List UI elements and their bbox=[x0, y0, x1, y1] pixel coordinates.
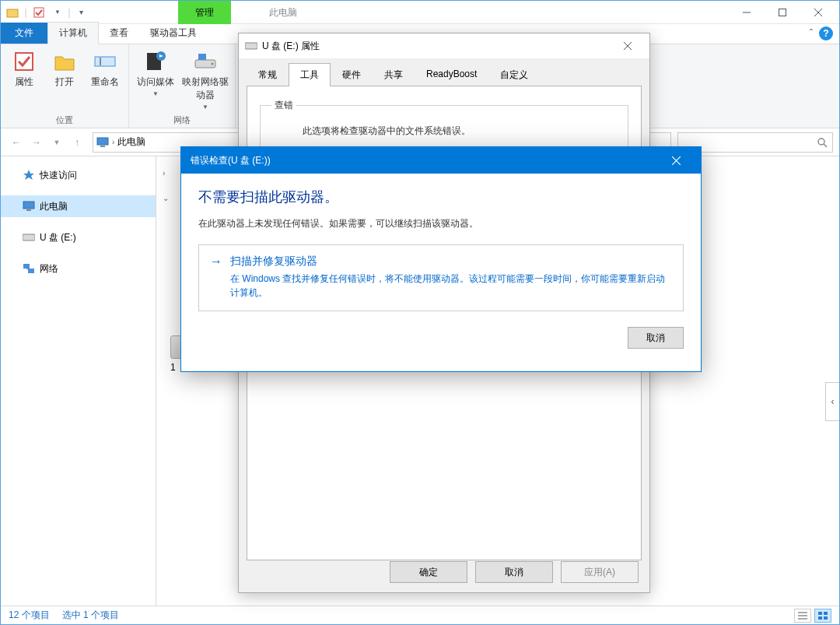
properties-title-text: U 盘 (E:) 属性 bbox=[262, 40, 320, 53]
error-checking-legend: 查错 bbox=[271, 99, 296, 112]
properties-icon bbox=[12, 49, 37, 74]
nav-forward[interactable]: → bbox=[27, 133, 46, 152]
ribbon-properties[interactable]: 属性 bbox=[5, 47, 43, 113]
close-button[interactable] bbox=[800, 1, 836, 24]
drive-icon bbox=[23, 231, 35, 244]
svg-line-17 bbox=[824, 144, 827, 147]
error-check-close-button[interactable] bbox=[660, 149, 691, 171]
breadcrumb-this-pc[interactable]: 此电脑 bbox=[117, 135, 145, 149]
svg-rect-21 bbox=[23, 264, 30, 269]
chevron-down-icon: ⌄ bbox=[163, 194, 169, 202]
preview-pane-handle[interactable]: ‹ bbox=[825, 382, 839, 421]
ribbon-tab-view[interactable]: 查看 bbox=[99, 23, 139, 44]
statusbar: 12 个项目 选中 1 个项目 bbox=[1, 606, 839, 624]
open-folder-icon bbox=[52, 49, 77, 74]
tab-readyboost[interactable]: ReadyBoost bbox=[415, 63, 488, 86]
svg-rect-20 bbox=[23, 234, 35, 241]
nav-recent-dropdown[interactable]: ▼ bbox=[47, 133, 66, 152]
titlebar: | ▼ | ▾ 管理 此电脑 bbox=[1, 1, 839, 24]
drive-icon bbox=[245, 41, 257, 51]
qat-properties-icon[interactable] bbox=[30, 4, 47, 21]
nav-network[interactable]: 网络 bbox=[1, 258, 156, 279]
star-icon bbox=[23, 169, 35, 181]
svg-rect-28 bbox=[824, 612, 828, 615]
error-check-body: 不需要扫描此驱动器。 在此驱动器上未发现任何错误。如果需要，可以继续扫描该驱动器… bbox=[181, 174, 701, 321]
ribbon-rename[interactable]: 重命名 bbox=[86, 47, 124, 113]
error-check-button-row: 取消 bbox=[181, 321, 701, 349]
svg-rect-15 bbox=[100, 146, 105, 147]
ribbon-tab-file[interactable]: 文件 bbox=[1, 23, 47, 44]
tab-tools[interactable]: 工具 bbox=[289, 63, 331, 86]
ribbon-access-media[interactable]: 访问媒体 ▼ bbox=[134, 47, 177, 113]
properties-tabstrip: 常规 工具 硬件 共享 ReadyBoost 自定义 bbox=[239, 58, 649, 86]
error-check-cancel-button[interactable]: 取消 bbox=[628, 327, 684, 349]
cancel-button[interactable]: 取消 bbox=[475, 561, 553, 583]
ribbon-group-location: 属性 打开 重命名 位置 bbox=[1, 44, 129, 128]
svg-rect-6 bbox=[16, 53, 33, 70]
status-item-count: 12 个项目 bbox=[9, 609, 50, 622]
error-check-title-text: 错误检查(U 盘 (E:)) bbox=[191, 154, 271, 167]
nav-back[interactable]: ← bbox=[7, 133, 26, 152]
scan-and-repair-action[interactable]: → 扫描并修复驱动器 在 Windows 查找并修复任何错误时，将不能使用驱动器… bbox=[198, 244, 684, 311]
view-details-button[interactable] bbox=[794, 609, 811, 623]
dropdown-icon: ▼ bbox=[152, 90, 159, 97]
ribbon-open-label: 打开 bbox=[55, 75, 74, 89]
network-icon bbox=[23, 262, 35, 275]
svg-rect-19 bbox=[26, 209, 31, 211]
status-selected-count: 选中 1 个项目 bbox=[62, 609, 119, 622]
svg-rect-30 bbox=[824, 616, 828, 620]
scan-action-title: 扫描并修复驱动器 bbox=[230, 255, 672, 269]
ribbon-tab-computer[interactable]: 计算机 bbox=[47, 22, 99, 44]
nav-usb-drive[interactable]: U 盘 (E:) bbox=[1, 226, 156, 248]
ribbon-rename-label: 重命名 bbox=[91, 75, 119, 89]
svg-point-12 bbox=[212, 63, 214, 65]
view-tiles-button[interactable] bbox=[814, 609, 831, 623]
svg-rect-31 bbox=[245, 43, 257, 49]
svg-rect-13 bbox=[198, 54, 206, 60]
ribbon-collapse-icon[interactable]: ˆ bbox=[810, 28, 813, 39]
navigation-pane: 快速访问 此电脑 U 盘 (E:) 网络 bbox=[1, 156, 156, 606]
svg-rect-14 bbox=[97, 138, 108, 145]
error-check-titlebar: 错误检查(U 盘 (E:)) bbox=[181, 147, 701, 174]
map-drive-icon bbox=[193, 49, 218, 74]
tab-custom[interactable]: 自定义 bbox=[488, 63, 540, 86]
qat-separator2: | bbox=[68, 4, 71, 21]
svg-rect-1 bbox=[34, 8, 44, 17]
ribbon-map-drive-label: 映射网络驱动器 bbox=[182, 75, 229, 102]
minimize-button[interactable] bbox=[729, 1, 765, 24]
ribbon-map-network-drive[interactable]: 映射网络驱动器 ▼ bbox=[180, 47, 230, 113]
chevron-right-icon: › bbox=[163, 169, 165, 177]
help-icon[interactable]: ? bbox=[819, 26, 833, 40]
ribbon-tab-drive-tools[interactable]: 驱动器工具 bbox=[139, 23, 208, 44]
apply-button[interactable]: 应用(A) bbox=[561, 561, 639, 583]
qat-dropdown-icon[interactable]: ▼ bbox=[49, 4, 66, 21]
error-check-subtext: 在此驱动器上未发现任何错误。如果需要，可以继续扫描该驱动器。 bbox=[198, 217, 684, 230]
ribbon-open[interactable]: 打开 bbox=[46, 47, 83, 113]
svg-rect-29 bbox=[818, 616, 822, 620]
ok-button[interactable]: 确定 bbox=[390, 561, 467, 583]
nav-up[interactable]: ↑ bbox=[68, 133, 86, 152]
tab-hardware[interactable]: 硬件 bbox=[331, 63, 373, 86]
nav-usb-label: U 盘 (E:) bbox=[40, 231, 76, 244]
this-pc-icon bbox=[96, 136, 109, 149]
properties-close-button[interactable] bbox=[612, 35, 643, 57]
svg-rect-0 bbox=[7, 9, 18, 17]
tab-general[interactable]: 常规 bbox=[247, 63, 289, 86]
qat-overflow-icon[interactable]: ▾ bbox=[72, 4, 89, 21]
svg-rect-27 bbox=[818, 612, 822, 615]
contextual-tab-manage[interactable]: 管理 bbox=[178, 1, 231, 24]
qat-separator: | bbox=[23, 4, 29, 21]
breadcrumb-sep: › bbox=[112, 138, 114, 146]
nav-this-pc[interactable]: 此电脑 bbox=[1, 195, 156, 217]
tab-sharing[interactable]: 共享 bbox=[373, 63, 415, 86]
qat-app-icon[interactable] bbox=[4, 4, 21, 21]
drive-tile-text: 1 bbox=[170, 362, 176, 373]
nav-quick-access[interactable]: 快速访问 bbox=[1, 164, 156, 186]
ribbon-group-network: 访问媒体 ▼ 映射网络驱动器 ▼ 网络 bbox=[129, 44, 236, 128]
rename-icon bbox=[93, 49, 117, 74]
svg-rect-18 bbox=[23, 202, 34, 209]
nav-quick-access-label: 快速访问 bbox=[40, 169, 77, 182]
nav-this-pc-label: 此电脑 bbox=[40, 200, 68, 213]
arrow-right-icon: → bbox=[210, 255, 222, 269]
maximize-button[interactable] bbox=[765, 1, 800, 24]
